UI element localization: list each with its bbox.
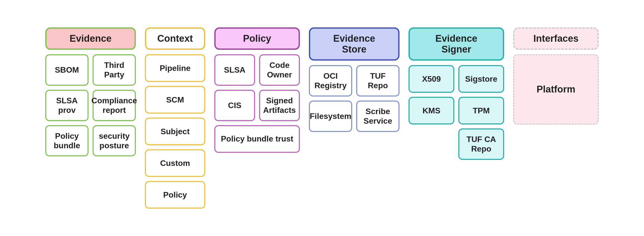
context-body: Pipeline SCM Subject Custom Policy xyxy=(145,54,205,209)
evstore-body: OCI Registry TUF Repo Filesystem Scribe … xyxy=(309,65,399,132)
cell-platform: Platform xyxy=(513,54,599,125)
cell-policy-bundle: Policy bundle xyxy=(45,125,89,157)
evidence-body: SBOM Third Party SLSA prov Compliance re… xyxy=(45,54,136,156)
evstore-row-2: Filesystem Scribe Service xyxy=(309,101,399,132)
policy-header: Policy xyxy=(214,27,300,50)
evidence-row-3: Policy bundle security posture xyxy=(45,125,136,157)
cell-tpm: TPM xyxy=(458,97,504,124)
evstore-group: Evidence Store OCI Registry TUF Repo Fil… xyxy=(309,27,399,132)
policy-row-1: SLSA Code Owner xyxy=(214,54,300,86)
cell-custom: Custom xyxy=(145,149,205,177)
cell-code-owner: Code Owner xyxy=(259,54,300,86)
context-row-5: Policy xyxy=(145,181,205,209)
cell-sigstore: Sigstore xyxy=(458,65,504,93)
policy-row-3: Policy bundle trust xyxy=(214,125,300,153)
policy-body: SLSA Code Owner CIS Signed Artifacts Pol… xyxy=(214,54,300,153)
cell-tuf-repo: TUF Repo xyxy=(356,65,399,97)
cell-signed-artifacts: Signed Artifacts xyxy=(259,90,300,121)
cell-scribe-service: Scribe Service xyxy=(356,101,399,132)
interfaces-header: Interfaces xyxy=(513,27,599,50)
cell-kms: KMS xyxy=(409,97,454,124)
evidence-row-2: SLSA prov Compliance report xyxy=(45,90,136,121)
context-row-3: Subject xyxy=(145,118,205,145)
evstore-row-1: OCI Registry TUF Repo xyxy=(309,65,399,97)
policy-row-2: CIS Signed Artifacts xyxy=(214,90,300,121)
cell-x509: X509 xyxy=(409,65,454,93)
context-row-2: SCM xyxy=(145,86,205,114)
cell-policy: Policy xyxy=(145,181,205,209)
evidence-header: Evidence xyxy=(45,27,136,50)
interfaces-body: Platform xyxy=(513,54,599,125)
evidence-row-1: SBOM Third Party xyxy=(45,54,136,86)
cell-tuf-ca-repo: TUF CA Repo xyxy=(458,128,504,160)
cell-pipeline: Pipeline xyxy=(145,54,205,82)
cell-policy-bundle-trust: Policy bundle trust xyxy=(214,125,300,153)
diagram: Evidence SBOM Third Party SLSA prov Comp… xyxy=(25,12,619,224)
evsigner-row-1: X509 Sigstore xyxy=(409,65,504,93)
cell-sbom: SBOM xyxy=(45,54,89,86)
evsigner-header: Evidence Signer xyxy=(409,27,504,61)
cell-filesystem: Filesystem xyxy=(309,101,352,132)
cell-cis: CIS xyxy=(214,90,255,121)
cell-third-party: Third Party xyxy=(93,54,136,86)
context-header: Context xyxy=(145,27,205,50)
cell-subject: Subject xyxy=(145,118,205,145)
evidence-group: Evidence SBOM Third Party SLSA prov Comp… xyxy=(45,27,136,156)
policy-group: Policy SLSA Code Owner CIS Signed Artifa… xyxy=(214,27,300,153)
context-row-4: Custom xyxy=(145,149,205,177)
context-group: Context Pipeline SCM Subject Custom Poli… xyxy=(145,27,205,209)
evsigner-row-2: KMS TPM xyxy=(409,97,504,124)
interfaces-row-1: Platform xyxy=(513,54,599,125)
cell-slsa: SLSA xyxy=(214,54,255,86)
evsigner-row-3: TUF CA Repo xyxy=(409,128,504,160)
evstore-header: Evidence Store xyxy=(309,27,399,61)
cell-security-posture: security posture xyxy=(93,125,136,157)
evsigner-group: Evidence Signer X509 Sigstore KMS TPM TU… xyxy=(409,27,504,160)
cell-oci-registry: OCI Registry xyxy=(309,65,352,97)
evsigner-body: X509 Sigstore KMS TPM TUF CA Repo xyxy=(409,65,504,160)
context-row-1: Pipeline xyxy=(145,54,205,82)
cell-slsa-prov: SLSA prov xyxy=(45,90,89,121)
interfaces-group: Interfaces Platform xyxy=(513,27,599,125)
cell-compliance-report: Compliance report xyxy=(93,90,136,121)
cell-scm: SCM xyxy=(145,86,205,114)
